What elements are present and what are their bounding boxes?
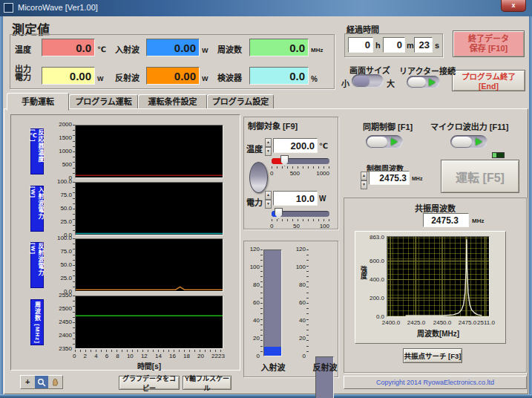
tick-label: 10 <box>127 353 134 359</box>
temp-setpoint-input[interactable]: 200.0 <box>273 138 318 153</box>
resonance-ytick-1: 600.0 <box>370 258 384 264</box>
resonance-value: 2475.3 <box>431 215 459 226</box>
outpower-unit: W <box>97 75 104 82</box>
elapsed-minutes-unit: m <box>407 41 414 50</box>
screen-size-knob[interactable] <box>353 76 370 86</box>
tab-program-settings[interactable]: プログラム設定 <box>207 94 274 110</box>
detector-unit: % <box>311 75 318 83</box>
screen-size-small: 小 <box>341 77 349 89</box>
incident-wave-meter <box>263 249 282 356</box>
tick-label: 20 <box>299 336 306 342</box>
power-slider-tickmarks <box>272 219 329 221</box>
tick-label: 100.0 <box>57 235 72 241</box>
tick-label: 2500 <box>59 306 72 312</box>
resonance-search-button[interactable]: 共振点サーチ [F3] <box>403 348 462 363</box>
reflected-label: 反射波 <box>115 71 139 83</box>
chart4-yticks: 25502500245024002350 <box>45 293 72 352</box>
tick-label: 50.0 <box>60 206 72 212</box>
control-target-title: 制御対象 [F9] <box>248 120 298 131</box>
zoom-tool-icon[interactable] <box>35 376 49 388</box>
ctrl-freq-input[interactable]: 2475.3 <box>369 171 410 185</box>
temp-setpoint-spinner[interactable]: ▲▼ <box>265 138 272 156</box>
tick-label: 100 <box>320 223 329 229</box>
tick-label: 75.0 <box>60 249 72 255</box>
sync-control-knob[interactable] <box>367 137 387 147</box>
tick-label: 100 <box>296 264 306 270</box>
tick-label: 50.0 <box>60 262 72 268</box>
run-button[interactable]: 運転 [F5] <box>441 160 519 193</box>
temp-slider[interactable] <box>272 158 329 164</box>
elapsed-hours-unit: h <box>375 41 381 50</box>
reflected-value: 0.00 <box>174 70 196 82</box>
temp-slider-tickmarks <box>272 166 329 169</box>
x-axis-last-tick: 23 <box>218 353 225 359</box>
tick-label: 0 <box>303 353 306 359</box>
elapsed-seconds: 23 <box>414 37 433 53</box>
reactor-toggle[interactable] <box>407 76 440 88</box>
tick-label: 2550 <box>59 293 72 298</box>
tick-label: 100.0 <box>57 179 72 185</box>
run-status-led-icon <box>492 152 505 158</box>
incident-meter-fill <box>264 347 281 356</box>
chart3-yticks: 100.075.050.025.00.0 <box>45 235 72 295</box>
power-setpoint-spinner[interactable]: ▲▼ <box>265 191 272 209</box>
tick-label: 2400 <box>59 333 72 339</box>
tick-label: 40 <box>253 318 260 324</box>
ctrl-freq-spinner[interactable]: ▲▼ <box>361 172 367 189</box>
elapsed-seconds-value: 23 <box>419 39 430 50</box>
freq-display: 0.0 <box>249 39 309 56</box>
y-full-scale-label: Y軸フルスケール <box>183 373 231 393</box>
reactor-knob[interactable] <box>408 77 426 87</box>
tab-program-operation[interactable]: プログラム運転 <box>69 94 138 110</box>
chart3-plot <box>75 238 223 292</box>
tick-label: 22 <box>211 353 218 359</box>
resonance-search-label: 共振点サーチ [F3] <box>404 350 461 361</box>
tab-operation-conditions[interactable]: 運転条件設定 <box>138 94 207 110</box>
tick-label: 16 <box>169 353 176 359</box>
tick-label: 80 <box>253 282 260 288</box>
temp-unit: ℃ <box>97 45 106 53</box>
mw-output-toggle[interactable] <box>450 135 487 149</box>
pan-hand-tool-icon[interactable] <box>48 376 62 388</box>
temp-power-rocker-switch[interactable] <box>249 162 268 193</box>
elapsed-hours: 0 <box>348 37 373 53</box>
tab-manual-operation[interactable]: 手動運転 <box>7 93 69 111</box>
detector-display: 0.0 <box>249 67 309 85</box>
sync-control-toggle[interactable] <box>366 135 403 149</box>
ctrl-freq-value: 2475.3 <box>379 173 407 183</box>
reactor-label: リアクター接続 <box>399 65 456 76</box>
chart1-axis-badge: 反応器温度 [℃] <box>30 128 44 174</box>
cursor-tool-icon[interactable]: + <box>21 376 35 388</box>
chart2-yticks: 100.075.050.025.00.0 <box>45 179 72 238</box>
screen-size-toggle[interactable] <box>352 74 384 88</box>
y-full-scale-button[interactable]: Y軸フルスケール <box>183 376 231 390</box>
power-setpoint-input[interactable]: 10.0 <box>273 191 318 206</box>
graph-tool-palette: + <box>20 375 63 389</box>
close-button[interactable]: x <box>501 0 526 12</box>
mw-output-knob[interactable] <box>452 137 472 147</box>
copy-graph-data-button[interactable]: グラフデータをコピー <box>119 376 180 390</box>
resonance-xtick-2: 2450.0 <box>433 319 451 326</box>
incident-display: 0.00 <box>146 39 200 56</box>
tick-label: 2450 <box>59 319 72 325</box>
tick-label: 50 <box>293 223 300 229</box>
incident-label: 入射波 <box>115 43 139 55</box>
control-power-label: 電力 <box>246 196 263 208</box>
save-end-line2: 保存 [F10] <box>470 44 508 53</box>
power-slider[interactable] <box>272 211 329 217</box>
tick-label: 60 <box>253 300 260 306</box>
tick-label: 40 <box>299 318 306 324</box>
chart1-plot <box>75 125 223 178</box>
temp-slider-scale: 05001000 <box>270 170 329 177</box>
reflected-unit: W <box>202 75 208 82</box>
elapsed-seconds-unit: s <box>435 41 439 50</box>
tick-label: 2000 <box>59 122 72 128</box>
app-window: MicoroWave [Ver1.00] x 測定値 温度 0.0 ℃ 入射波 … <box>0 0 532 398</box>
program-end-button[interactable]: プログラム終了 [End] <box>452 70 525 91</box>
x-axis-ticks: 0246810121416182022 <box>73 353 218 359</box>
chart2-axis-badge: 入射波電力 [W] <box>30 186 44 232</box>
copyright-text: Copyright 2014 RyowaElectronics.co.ltd <box>376 379 494 386</box>
tick-label: 60 <box>299 300 306 306</box>
freq-value: 0.0 <box>289 42 305 54</box>
save-end-data-button[interactable]: 終了データ 保存 [F10] <box>453 30 525 57</box>
